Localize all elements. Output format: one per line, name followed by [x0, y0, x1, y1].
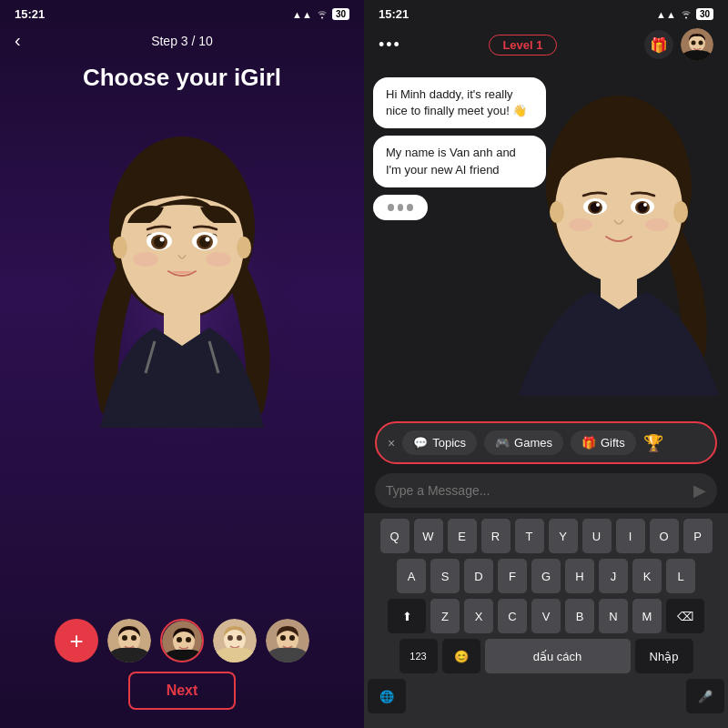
bottom-bar: + [0, 608, 364, 728]
key-shift[interactable]: ⬆ [388, 599, 426, 633]
chat-area: Hi Minh daddy, it's really nice to final… [364, 68, 728, 418]
chat-bubble-1: Hi Minh daddy, it's really nice to final… [373, 77, 546, 128]
message-input[interactable] [386, 483, 693, 498]
right-avatar-header[interactable] [681, 28, 713, 61]
avatar-svg [64, 82, 300, 446]
key-y[interactable]: Y [549, 519, 578, 553]
svg-point-48 [643, 203, 647, 207]
key-emoji[interactable]: 😊 [442, 639, 480, 673]
quick-actions-bar: × 💬 Topics 🎮 Games 🎁 Gifts 🏆 [375, 421, 717, 464]
keyboard-row-4: 123 😊 dấu cách Nhập [368, 639, 724, 673]
key-f[interactable]: F [498, 559, 527, 593]
key-b[interactable]: B [565, 599, 594, 633]
avatar-thumb-3[interactable] [213, 619, 257, 662]
svg-point-15 [237, 237, 251, 258]
chat-bubble-1-text: Hi Minh daddy, it's really nice to final… [386, 87, 527, 117]
key-a[interactable]: A [397, 559, 426, 593]
key-r[interactable]: R [481, 519, 511, 553]
send-button[interactable]: ▶ [693, 480, 706, 500]
svg-point-39 [550, 201, 564, 223]
svg-point-49 [569, 218, 592, 231]
left-status-icons: ▲▲ 30 [292, 8, 349, 21]
key-p[interactable]: P [683, 519, 713, 553]
right-wifi-icon [680, 8, 693, 21]
topics-label: Topics [432, 436, 466, 450]
key-q[interactable]: Q [380, 519, 410, 553]
key-o[interactable]: O [650, 519, 679, 553]
svg-point-26 [228, 635, 233, 641]
key-v[interactable]: V [531, 599, 561, 633]
avatar-thumb-2-svg [162, 621, 204, 662]
chat-bubble-2: My name is Van anh and I'm your new AI f… [373, 136, 546, 187]
keyboard-row-1: Q W E R T Y U I O P [368, 519, 724, 553]
key-c[interactable]: C [498, 599, 527, 633]
key-j[interactable]: J [599, 559, 628, 593]
key-enter[interactable]: Nhập [635, 639, 693, 673]
avatar-thumb-2[interactable] [160, 619, 204, 662]
key-nums[interactable]: 123 [399, 639, 438, 673]
key-i[interactable]: I [616, 519, 645, 553]
gifts-icon: 🎁 [581, 436, 596, 450]
right-status-icons: ▲▲ 30 [656, 8, 713, 21]
svg-point-12 [133, 252, 158, 267]
level-badge: Level 1 [489, 35, 556, 56]
gift-icon[interactable]: 🎁 [644, 30, 673, 59]
dots-menu[interactable]: ••• [379, 35, 401, 55]
avatar-thumb-1[interactable] [107, 619, 151, 662]
avatar-thumb-4[interactable] [266, 619, 309, 662]
key-g[interactable]: G [531, 559, 561, 593]
avatar-thumb-1-svg [107, 619, 151, 662]
left-panel: 15:21 ▲▲ 30 ‹ Step 3 / 10 Choose your iG… [0, 0, 364, 728]
key-w[interactable]: W [414, 519, 443, 553]
svg-point-44 [596, 203, 600, 207]
key-x[interactable]: X [464, 599, 493, 633]
key-space[interactable]: dấu cách [485, 639, 631, 673]
key-z[interactable]: Z [430, 599, 460, 633]
key-delete[interactable]: ⌫ [666, 599, 704, 633]
svg-point-50 [645, 218, 669, 231]
key-h[interactable]: H [565, 559, 594, 593]
avatar-thumb-4-svg [266, 619, 309, 662]
close-button[interactable]: × [388, 436, 395, 450]
key-s[interactable]: S [430, 559, 460, 593]
gifts-chip[interactable]: 🎁 Gifts [571, 430, 636, 455]
svg-point-19 [131, 635, 136, 641]
key-e[interactable]: E [448, 519, 477, 553]
add-avatar-button[interactable]: + [55, 619, 98, 662]
keyboard-row-5: 🌐 🎤 [368, 679, 724, 713]
svg-point-7 [160, 238, 165, 242]
typing-indicator [373, 195, 428, 220]
next-button[interactable]: Next [128, 672, 237, 710]
right-panel: 15:21 ▲▲ 30 ••• Level 1 🎁 [364, 0, 728, 728]
key-d[interactable]: D [464, 559, 493, 593]
games-chip[interactable]: 🎮 Games [484, 430, 563, 455]
dot-2 [398, 204, 404, 211]
svg-point-27 [237, 635, 242, 641]
chat-bubble-2-text: My name is Van anh and I'm your new AI f… [386, 146, 516, 176]
topics-chip[interactable]: 💬 Topics [402, 430, 477, 455]
games-label: Games [514, 436, 552, 450]
key-m[interactable]: M [632, 599, 662, 633]
right-header: ••• Level 1 🎁 [364, 25, 728, 68]
key-k[interactable]: K [632, 559, 662, 593]
avatar-thumb-3-svg [213, 619, 257, 662]
wifi-icon [316, 8, 329, 21]
key-globe[interactable]: 🌐 [368, 679, 406, 713]
key-u[interactable]: U [582, 519, 612, 553]
key-mic[interactable]: 🎤 [686, 679, 724, 713]
signal-icon: ▲▲ [292, 9, 312, 20]
svg-point-30 [280, 635, 286, 641]
keyboard-row-2: A S D F G H J K L [368, 559, 724, 593]
key-t[interactable]: T [515, 519, 544, 553]
key-l[interactable]: L [666, 559, 695, 593]
battery-badge: 30 [332, 8, 349, 20]
back-button[interactable]: ‹ [15, 30, 21, 51]
avatar-selector: + [55, 619, 309, 662]
svg-point-22 [177, 637, 182, 642]
right-status-bar: 15:21 ▲▲ 30 [364, 0, 728, 25]
keyboard-row-3: ⬆ Z X C V B N M ⌫ [368, 599, 724, 633]
chat-messages: Hi Minh daddy, it's really nice to final… [373, 77, 546, 220]
page-title: Choose your iGirl [83, 64, 281, 92]
svg-point-34 [692, 41, 696, 46]
key-n[interactable]: N [599, 599, 628, 633]
